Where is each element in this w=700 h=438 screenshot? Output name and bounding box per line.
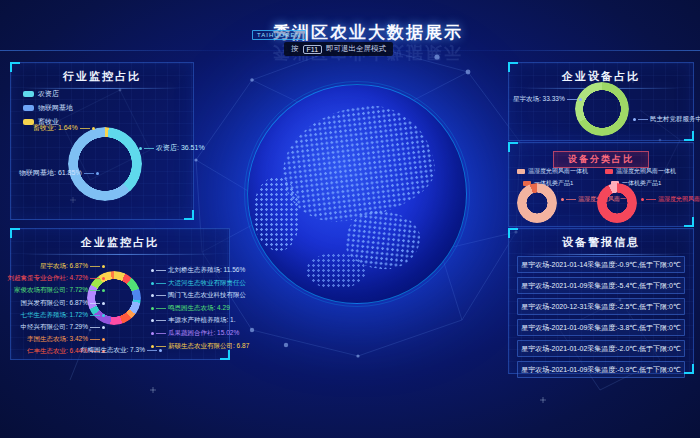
hint-suffix: 即可退出全屏模式 [326,44,386,54]
enterprise-left-labels: 星宇农场: 6.87% 刘超禽蛋专业合作社: 4.72% 家俊农场有限公司: 7… [13,262,105,356]
callout-text: 星宇农场: 6.87% [40,262,88,271]
alarm-row[interactable]: 星宇农场-2021-01-02采集温度:-2.0℃,低于下限:0℃ [517,340,685,357]
callout-line [156,283,166,284]
callout-dot [633,118,636,121]
callout-label: 畜牧业: 1.64% [33,123,95,133]
globe-continent-dots [254,177,300,251]
callout-label: 星宇农场: 6.87% [40,262,105,271]
alarm-row[interactable]: 星宇农场-2021-01-09采集温度:-3.8℃,低于下限:0℃ [517,319,685,336]
callout-text: 北刘桥生态养殖场: 11.56% [168,266,245,275]
callout-label: 星宇农场: 33.33% [513,95,582,104]
callout-dot [96,172,99,175]
panel-enterprise-monitor: 企业监控占比 星宇农场: 6.87% 刘超禽蛋专业合作社: 4.72% 家俊农场… [10,228,230,360]
callout-text: 仁丰生态农业: 6.44% [27,347,88,356]
callout-dot [151,282,154,285]
callout-text: 陶门飞生态农业科技有限公 [168,291,246,300]
callout-line [90,266,100,267]
callout-line [90,290,100,291]
callout-line [144,148,154,149]
callout-text: 红梅园生态农业: 7.3% [81,346,145,355]
callout-label: 刘超禽蛋专业合作社: 4.72% [7,274,105,283]
callout-label: 红梅园生态农业: 7.3% [81,346,162,355]
callout-label: 民主村党群服务中心: [633,115,700,124]
callout-dot [561,198,564,201]
callout-dot [139,147,142,150]
callout-line [80,128,90,129]
page-title: 秀洲区农业大数据展示 [36,21,700,44]
alarm-row[interactable]: 星宇农场-2021-01-09采集温度:-0.9℃,低于下限:0℃ [517,361,685,378]
callout-label: 陶门飞生态农业科技有限公 [151,291,246,300]
callout-text: 丰源水产种植养殖场: 1. [168,316,236,325]
callout-line [156,333,166,334]
callout-dot [579,98,582,101]
title-underline [521,254,681,255]
callout-dot [151,294,154,297]
callout-line [90,315,100,316]
callout-line [566,199,576,200]
panel-device-category: 设备分类占比 温湿度光照风雨一体机 一体机类产品1 温湿度光照风雨一 温湿度光照… [508,142,694,227]
callout-dot [102,289,105,292]
legend-item[interactable]: 农资店 [23,89,73,99]
callout-text: 中经兴有限公司: 7.29% [20,323,88,332]
alarm-row[interactable]: 星宇农场-2021-01-14采集温度:-0.9℃,低于下限:0℃ [517,256,685,273]
category-left-donut-chart[interactable] [517,183,557,223]
callout-label: 农资店: 36.51% [139,143,205,153]
equipment-donut-chart[interactable] [575,82,629,136]
callout-text: 民主村党群服务中心: [650,115,700,124]
callout-line [84,173,94,174]
enterprise-right-labels: 北刘桥生态养殖场: 11.56% 大运河生态牧业有限责任公 陶门飞生态农业科技有… [151,266,227,351]
callout-text: 李国生态农场: 3.42% [27,335,88,344]
industry-donut-chart[interactable] [68,127,142,201]
callout-dot [92,127,95,130]
callout-line [638,119,648,120]
legend-swatch [23,91,34,97]
callout-line [90,278,100,279]
callout-label: 丰源水产种植养殖场: 1. [151,316,236,325]
fullscreen-hint: 按 F11 即可退出全屏模式 [284,42,393,56]
dashboard: 秀洲区农业大数据展示 秀洲区农业大数据展示 TAIHUOREN 按 F11 即可… [0,0,700,438]
callout-dot [151,319,154,322]
industry-legend: 农资店 物联网基地 畜牧业 [23,89,73,127]
callout-label: 中经兴有限公司: 7.29% [20,323,105,332]
callout-text: 畜牧业: 1.64% [33,123,78,133]
callout-dot [641,198,644,201]
callout-text: 瓜果蔬园合作社: 15.02% [168,329,239,338]
legend-label: 农资店 [38,89,59,99]
callout-dot [151,269,154,272]
alarm-row[interactable]: 星宇农场-2020-12-31采集温度:-2.5℃,低于下限:0℃ [517,298,685,315]
legend-item[interactable]: 物联网基地 [23,103,73,113]
callout-dot [102,277,105,280]
callout-label: 家俊农场有限公司: 7.72% [14,286,105,295]
callout-text: 刘超禽蛋专业合作社: 4.72% [7,274,88,283]
callout-text: 新硕生态农业有限公司: 6.87 [168,342,249,351]
callout-dot [102,314,105,317]
callout-line [156,270,166,271]
globe-continent-dots [276,98,441,228]
callout-label: 国兴发有限公司: 6.87% [20,299,105,308]
hint-prefix: 按 [291,44,299,54]
callout-line [156,308,166,309]
panel-title: 行业监控占比 [11,63,193,84]
brand-logo: TAIHUOREN [252,30,306,40]
callout-dot [151,307,154,310]
legend-swatch [517,169,525,174]
alarm-row[interactable]: 星宇农场-2021-01-09采集温度:-5.4℃,低于下限:0℃ [517,277,685,294]
panel-device-alarms: 设备警报信息 星宇农场-2021-01-14采集温度:-0.9℃,低于下限:0℃… [508,228,694,374]
legend-item[interactable]: 温湿度光照风雨一体机 [517,167,588,176]
callout-label: 温湿度光照风雨 [641,195,700,204]
legend-item[interactable]: 温湿度光照风雨一体机 [605,167,676,176]
panel-title: 企业监控占比 [11,229,229,250]
callout-text: 七华生态养殖场: 1.72% [20,311,88,320]
panel-title: 企业设备占比 [509,63,693,84]
callout-label: 七华生态养殖场: 1.72% [20,311,105,320]
callout-label: 鸣恩园生态农场: 4.29 [151,304,230,313]
callout-label: 物联网基地: 61.85% [19,168,99,178]
callout-line [156,320,166,321]
callout-dot [102,338,105,341]
callout-line [90,327,100,328]
globe-continent-dots [306,253,366,289]
category-right-donut-chart[interactable] [597,183,637,223]
callout-dot [102,326,105,329]
callout-label: 大运河生态牧业有限责任公 [151,279,246,288]
panel-title-box: 设备分类占比 [509,148,693,168]
